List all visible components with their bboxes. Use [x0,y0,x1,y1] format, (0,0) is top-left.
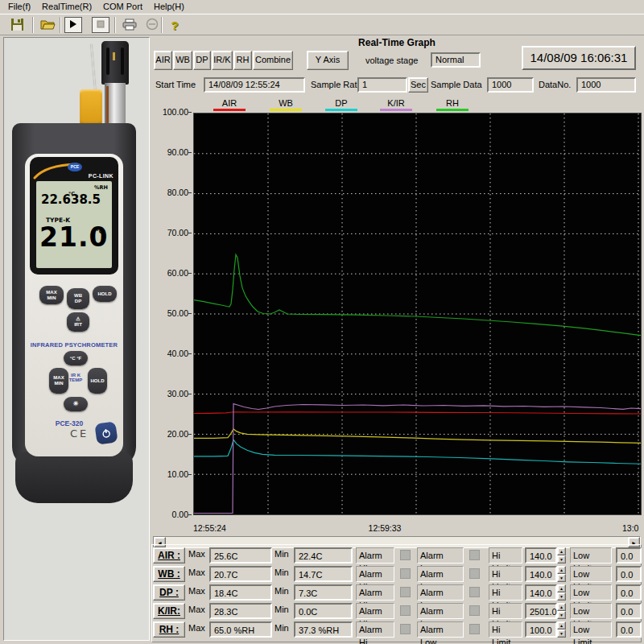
hi-limit-input[interactable]: 140.0 [525,547,557,564]
sec-button[interactable]: Sec [408,77,428,93]
low-limit-input[interactable]: 0.0 [616,621,642,638]
menu-bar: File(f) RealTime(R) COM Port Help(H) [0,0,644,14]
hi-limit-spinner[interactable]: ▲ ▼ [557,621,566,638]
y-axis-button[interactable]: Y Axis [307,51,349,70]
spin-down-icon[interactable]: ▼ [557,555,566,564]
max-value: 18.4C [209,584,272,601]
legend-color-wb [270,109,302,111]
row-channel-button[interactable]: K/IR: [153,603,185,619]
spin-down-icon[interactable]: ▼ [557,574,566,582]
hi-limit-spinner[interactable]: ▲ ▼ [557,603,566,619]
chart-plot-area [193,113,642,515]
circle-minus-icon [146,18,159,32]
device-key-backlight: ☀ [64,397,88,411]
spin-down-icon[interactable]: ▼ [557,611,566,619]
series-AIR [194,412,641,414]
menu-realtime[interactable]: RealTime(R) [37,1,98,13]
row-channel-button[interactable]: DP : [153,584,185,601]
datetime-display: 14/08/09 16:06:31 [522,46,636,70]
y-tick-label: 40.00 [151,349,188,358]
start-button[interactable] [64,17,82,33]
save-button[interactable] [6,16,27,34]
series-DP [194,440,641,464]
y-tick-label: 20.00 [151,429,188,439]
min-value: 0.0C [294,603,353,619]
row-channel-button[interactable]: WB : [153,566,185,582]
hi-limit-input[interactable]: 140.0 [525,584,557,601]
chart-svg [194,114,641,514]
low-limit-input[interactable]: 0.0 [616,584,642,601]
menu-help[interactable]: Help(H) [149,1,191,13]
channel-button-rh[interactable]: RH [233,51,252,70]
spin-up-icon[interactable]: ▲ [557,603,566,611]
max-value: 28.3C [209,603,272,619]
lcd-bezel: PCE PC-LINK %RH 22.6 °C 38.5 TYPE-K 21.0… [30,157,118,275]
hi-limit-input[interactable]: 140.0 [525,566,557,582]
channel-button-air[interactable]: AIR [154,51,172,70]
device-base [15,452,133,503]
hi-limit-spinner[interactable]: ▲ ▼ [557,584,566,601]
legend-color-dp [325,109,357,111]
start-time-label: Start Time [155,80,196,89]
series-WB [194,429,641,444]
spin-up-icon[interactable]: ▲ [557,621,566,630]
hi-limit-spinner[interactable]: ▲ ▼ [557,547,566,564]
lcd-main-unit: °C [96,228,103,235]
toolbar-separator [161,17,163,33]
legend-color-air [213,109,246,111]
y-tick-label: 100.00 [151,107,188,117]
menu-file[interactable]: File(f) [3,1,37,13]
hi-limit-input[interactable]: 2501.0 [525,603,557,619]
hi-limit-input[interactable]: 100.0 [525,621,557,638]
stop-button[interactable] [92,17,109,33]
y-tick-label: 60.00 [151,268,188,278]
menu-com-port[interactable]: COM Port [98,1,149,13]
spin-up-icon[interactable]: ▲ [557,584,566,592]
spin-up-icon[interactable]: ▲ [557,547,566,555]
table-row-air: AIR : Max 25.6C Min 22.4C Alarm Hi Alarm… [151,547,642,565]
toolbar-separator [60,17,61,33]
row-channel-button[interactable]: AIR : [153,547,185,564]
open-button[interactable] [37,16,58,34]
pce-logo: PCE [68,163,82,171]
spin-up-icon[interactable]: ▲ [557,566,566,574]
channel-button-wb[interactable]: WB [173,51,192,70]
printer-icon [122,19,137,32]
toolbar-separator [114,17,116,33]
table-row-kir: K/IR: Max 28.3C Min 0.0C Alarm Hi Alarm … [151,603,642,621]
sample-rate-input[interactable]: 1 [357,77,407,93]
device-key-wbdp: WB DP [67,288,89,309]
sample-rate-label: Sample Rate [311,80,362,89]
irk-temp-text: IR K TEMP [65,373,86,382]
combine-button[interactable]: Combine [253,51,293,70]
disconnect-button[interactable] [142,16,163,34]
legend-item-dp: DP [317,98,365,111]
help-button[interactable]: ? [164,16,185,34]
alarm-low-indicator [469,550,480,560]
thermocouple-wire [90,44,96,93]
hi-limit-spinner[interactable]: ▲ ▼ [557,566,566,582]
alarm-hi-indicator [400,605,411,616]
alarm-hi-indicator [400,550,411,560]
y-tick-label: 30.00 [151,389,188,398]
channel-button-dp[interactable]: DP [193,51,211,70]
device-faceplate: PCE PC-LINK %RH 22.6 °C 38.5 TYPE-K 21.0… [25,154,123,456]
voltage-stage-label: voltage stage [365,56,418,65]
channel-button-irk[interactable]: IR/K [212,51,233,70]
y-tick-label: 80.00 [151,188,188,197]
low-limit-input[interactable]: 0.0 [616,566,642,582]
low-limit-input[interactable]: 0.0 [616,603,642,619]
row-channel-button[interactable]: RH : [153,621,185,638]
spin-down-icon[interactable]: ▼ [557,630,566,638]
alarm-hi-indicator [400,587,411,597]
power-button-photo [94,421,118,444]
legend-color-kir [380,109,412,111]
print-button[interactable] [119,16,140,34]
spin-down-icon[interactable]: ▼ [557,592,566,601]
save-icon [10,18,24,33]
max-value: 20.7C [209,566,272,582]
toolbar-separator [32,17,34,33]
low-limit-input[interactable]: 0.0 [616,547,642,564]
device-key-irt: ⚠ IRT [67,312,89,332]
alarm-low-indicator [469,568,480,579]
